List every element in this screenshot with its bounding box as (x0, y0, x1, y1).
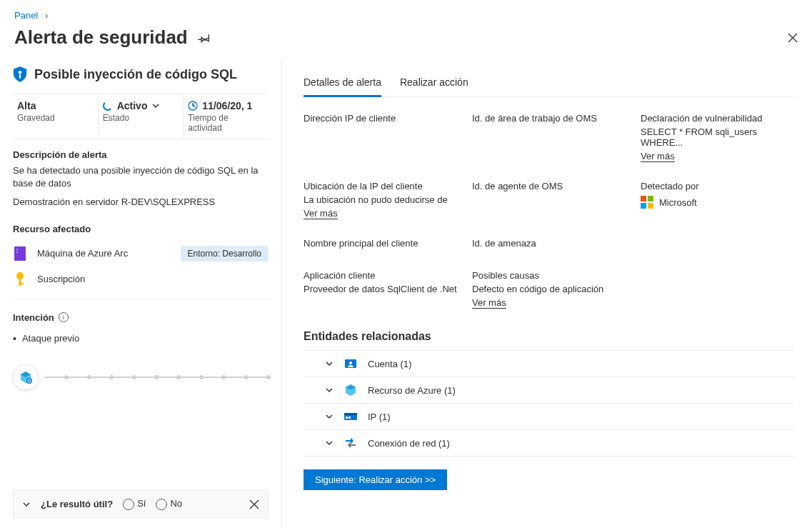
kpi-severity: Alta Gravedad (13, 94, 99, 139)
tab-bar: Detalles de alerta Realizar acción (304, 69, 795, 97)
field-oms-workspace: Id. de área de trabajo de OMS (472, 113, 626, 162)
feedback-yes[interactable]: Sí (123, 498, 146, 510)
feedback-question: ¿Le resultó útil? (41, 499, 113, 509)
severity-label: Gravedad (17, 113, 94, 123)
entity-label: Cuenta (1) (368, 359, 411, 369)
field-causes: Posibles causas Defecto en código de apl… (472, 270, 626, 309)
svg-point-5 (16, 251, 18, 252)
affected-heading: Recurso afectado (13, 224, 269, 234)
svg-point-9 (26, 378, 32, 384)
field-label: Id. de amenaza (472, 238, 626, 249)
clock-icon (188, 101, 198, 111)
svg-point-0 (19, 71, 21, 74)
radio-icon (123, 499, 134, 510)
breadcrumb-root[interactable]: Panel (14, 10, 38, 21)
entity-row-account[interactable]: Cuenta (1) (304, 350, 795, 377)
entity-row-azure-resource[interactable]: Recurso de Azure (1) (304, 377, 795, 403)
page-title-row: Alerta de seguridad (0, 24, 812, 60)
svg-rect-12 (641, 203, 646, 209)
uptime-label: Tiempo de actividad (188, 113, 264, 133)
intent-item: Ataque previo (13, 333, 269, 344)
see-more-link[interactable]: Ver más (472, 297, 506, 309)
entity-label: Recurso de Azure (1) (368, 385, 456, 396)
next-action-button[interactable]: Siguiente: Realizar acción >> (304, 469, 447, 490)
kpi-row: Alta Gravedad Activo Estado (13, 94, 269, 139)
entities-heading: Entidades relacionadas (304, 330, 795, 343)
chevron-down-icon (151, 101, 160, 110)
feedback-no-label: No (170, 498, 182, 509)
see-more-link[interactable]: Ver más (304, 208, 338, 219)
field-value: SELECT * FROM sqli_users WHERE... (641, 126, 795, 148)
resource-list: Máquina de Azure Arc Entorno: Desarrollo… (13, 246, 269, 299)
entity-label: IP (1) (368, 412, 391, 422)
resource-item-arc[interactable]: Máquina de Azure Arc Entorno: Desarrollo (13, 246, 269, 261)
ip-icon (344, 411, 358, 422)
svg-point-15 (349, 362, 352, 364)
field-label: Declaración de vulnerabilidad (641, 113, 795, 124)
network-icon (344, 437, 358, 449)
timeline-current-icon[interactable] (13, 364, 39, 390)
entity-row-ip[interactable]: IP (1) (304, 403, 795, 429)
resource-item-subscription[interactable]: Suscripción (13, 272, 269, 287)
status-value: Activo (117, 100, 148, 111)
svg-rect-11 (648, 196, 653, 201)
server-icon (13, 246, 27, 261)
feedback-bar: ¿Le resultó útil? Sí No (13, 490, 269, 518)
feedback-no[interactable]: No (156, 498, 182, 510)
chevron-right-icon: › (45, 10, 48, 21)
breadcrumb: Panel › (0, 0, 812, 24)
entity-row-network[interactable]: Conexión de red (1) (304, 429, 795, 457)
chevron-down-icon (325, 439, 334, 447)
resource-label: Máquina de Azure Arc (37, 248, 128, 259)
feedback-close-icon[interactable] (249, 499, 259, 509)
entity-label: Conexión de red (1) (368, 438, 450, 449)
field-value: Microsoft (659, 197, 697, 208)
close-icon[interactable] (788, 33, 798, 43)
intent-timeline (13, 364, 269, 390)
svg-rect-3 (14, 246, 26, 261)
field-label: Id. de área de trabajo de OMS (472, 113, 626, 124)
status-label: Estado (103, 113, 179, 123)
intent-heading: Intención (13, 312, 54, 323)
field-client-ip-location: Ubicación de la IP del cliente La ubicac… (304, 181, 458, 219)
svg-rect-19 (349, 417, 351, 419)
entities-list: Cuenta (1) Recurso de Azure (1) IP (1) (304, 350, 795, 457)
field-client-app: Aplicación cliente Proveedor de datos Sq… (304, 270, 458, 309)
field-client-principal: Nombre principal del cliente (304, 238, 458, 251)
field-oms-agent: Id. de agente de OMS (472, 181, 626, 219)
uptime-value: 11/06/20, 1 (202, 100, 252, 111)
tab-details[interactable]: Detalles de alerta (304, 69, 381, 97)
detail-grid: Dirección IP de cliente Id. de área de t… (304, 113, 795, 309)
field-label: Dirección IP de cliente (304, 113, 458, 124)
key-icon (13, 272, 27, 287)
severity-value: Alta (17, 100, 94, 111)
cube-icon (344, 384, 358, 396)
pin-icon[interactable] (198, 31, 211, 44)
tab-action[interactable]: Realizar acción (400, 69, 468, 96)
chevron-down-icon[interactable] (22, 500, 31, 509)
field-vulnerability: Declaración de vulnerabilidad SELECT * F… (641, 113, 795, 162)
radio-icon (156, 499, 167, 510)
info-icon[interactable]: i (59, 312, 69, 322)
microsoft-icon (641, 196, 653, 209)
svg-rect-10 (641, 196, 646, 201)
chevron-down-icon (325, 412, 334, 421)
intent-item-label: Ataque previo (22, 333, 79, 344)
timeline-steps (44, 377, 269, 378)
chevron-down-icon (325, 359, 334, 368)
resource-label: Suscripción (37, 274, 85, 284)
svg-point-4 (16, 248, 18, 249)
svg-rect-18 (346, 417, 348, 419)
field-label: Aplicación cliente (304, 270, 458, 281)
kpi-status[interactable]: Activo Estado (99, 94, 184, 139)
chevron-down-icon (325, 386, 334, 394)
alert-title: Posible inyección de código SQL (13, 66, 269, 82)
alert-name: Posible inyección de código SQL (34, 67, 237, 82)
resource-tag: Entorno: Desarrollo (181, 246, 269, 261)
see-more-link[interactable]: Ver más (641, 151, 675, 162)
field-label: Posibles causas (472, 270, 626, 281)
field-value: Defecto en código de aplicación (472, 284, 626, 294)
field-label: Detectado por (641, 181, 795, 191)
svg-rect-13 (648, 203, 653, 209)
description-body: Se ha detectado una posible inyección de… (13, 164, 269, 190)
